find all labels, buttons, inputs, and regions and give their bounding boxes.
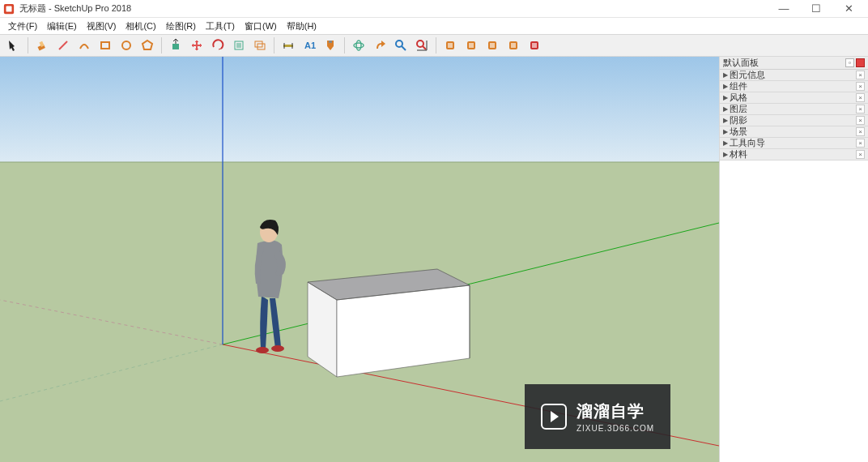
tray-item-label: 图元信息	[730, 69, 765, 81]
app-icon	[3, 3, 15, 15]
tray-item-close-icon[interactable]: ×	[856, 116, 865, 125]
menu-view[interactable]: 视图(V)	[82, 19, 121, 34]
branding-title: 溜溜自学	[577, 400, 654, 422]
expand-icon: ▶	[723, 151, 730, 158]
svg-rect-17	[329, 41, 332, 43]
menu-help[interactable]: 帮助(H)	[282, 19, 321, 34]
tray-item-2[interactable]: ▶风格×	[720, 92, 868, 104]
tray-item-close-icon[interactable]: ×	[856, 150, 865, 159]
tray-item-6[interactable]: ▶工具向导×	[720, 138, 868, 149]
menu-window[interactable]: 窗口(W)	[240, 19, 282, 34]
svg-rect-29	[490, 43, 495, 48]
svg-rect-25	[448, 43, 453, 48]
expand-icon: ▶	[723, 117, 730, 124]
svg-line-21	[402, 46, 406, 50]
window-title: 无标题 - SketchUp Pro 2018	[19, 2, 131, 15]
orbit-icon[interactable]	[350, 36, 368, 54]
menu-edit[interactable]: 编辑(E)	[42, 19, 82, 34]
tray-item-4[interactable]: ▶阴影×	[720, 115, 868, 126]
expand-icon: ▶	[723, 83, 730, 90]
tray-item-7[interactable]: ▶材料×	[720, 149, 868, 160]
rotate-icon[interactable]	[209, 36, 227, 54]
svg-point-48	[271, 345, 284, 352]
title-bar: 无标题 - SketchUp Pro 2018 — ☐ ✕	[0, 0, 868, 18]
menu-camera[interactable]: 相机(C)	[121, 19, 160, 34]
svg-marker-7	[143, 41, 152, 49]
svg-line-23	[423, 46, 426, 49]
svg-point-6	[122, 41, 130, 49]
tray-body	[720, 160, 868, 462]
tray-item-label: 场景	[730, 126, 747, 138]
tray-item-close-icon[interactable]: ×	[856, 127, 865, 136]
tray-header[interactable]: 默认面板 ▫	[720, 57, 868, 70]
tray-title: 默认面板	[723, 57, 759, 69]
svg-rect-33	[532, 43, 537, 48]
zoom-extents-icon[interactable]	[413, 36, 431, 54]
scale-icon[interactable]	[230, 36, 248, 54]
tray-item-label: 风格	[730, 92, 747, 104]
expand-icon: ▶	[723, 128, 730, 135]
maximize-button[interactable]: ☐	[800, 0, 832, 18]
component4-icon[interactable]	[504, 36, 522, 54]
svg-rect-10	[236, 43, 241, 48]
play-icon	[541, 404, 567, 430]
tray-item-close-icon[interactable]: ×	[856, 71, 865, 79]
svg-point-19	[356, 41, 361, 50]
svg-rect-13	[283, 45, 293, 47]
eraser-icon[interactable]	[33, 36, 51, 54]
svg-point-20	[396, 41, 402, 47]
svg-text:A1: A1	[304, 41, 316, 50]
line-icon[interactable]	[54, 36, 72, 54]
minimize-button[interactable]: —	[768, 0, 800, 18]
expand-icon: ▶	[723, 94, 730, 101]
svg-line-4	[59, 41, 67, 49]
viewport[interactable]: 秒d o ng 视频 溜溜自学 ZIXUE.3D66.COM	[0, 57, 719, 462]
tray-item-label: 图层	[730, 103, 747, 115]
component1-icon[interactable]	[441, 36, 459, 54]
svg-rect-8	[172, 44, 179, 49]
move-icon[interactable]	[188, 36, 206, 54]
svg-rect-34	[0, 57, 719, 162]
branding-subtitle: ZIXUE.3D66.COM	[577, 424, 654, 433]
tray-item-0[interactable]: ▶图元信息×	[720, 70, 868, 81]
pushpull-icon[interactable]	[167, 36, 185, 54]
paint-icon[interactable]	[321, 36, 339, 54]
select-icon[interactable]	[5, 36, 23, 54]
menu-bar: 文件(F) 编辑(E) 视图(V) 相机(C) 绘图(R) 工具(T) 窗口(W…	[0, 18, 868, 34]
text-icon[interactable]: A1	[300, 36, 318, 54]
menu-tools[interactable]: 工具(T)	[201, 19, 240, 34]
close-button[interactable]: ✕	[832, 0, 865, 18]
offset-icon[interactable]	[251, 36, 269, 54]
tray-item-close-icon[interactable]: ×	[856, 93, 865, 102]
arc-icon[interactable]	[75, 36, 93, 54]
rectangle-icon[interactable]	[96, 36, 114, 54]
tray-close-icon[interactable]	[856, 58, 865, 67]
warehouse-icon[interactable]	[525, 36, 543, 54]
tray-item-label: 工具向导	[730, 137, 765, 149]
component2-icon[interactable]	[462, 36, 480, 54]
branding-card: 溜溜自学 ZIXUE.3D66.COM	[525, 384, 670, 449]
tray-item-label: 组件	[730, 80, 747, 92]
tray-item-1[interactable]: ▶组件×	[720, 81, 868, 92]
workspace: 秒d o ng 视频 溜溜自学 ZIXUE.3D66.COM 默认面板 ▫	[0, 57, 868, 462]
pan-icon[interactable]	[371, 36, 389, 54]
tray-item-close-icon[interactable]: ×	[856, 105, 865, 113]
tray-item-close-icon[interactable]: ×	[856, 82, 865, 91]
svg-rect-31	[511, 43, 516, 48]
circle-icon[interactable]	[117, 36, 135, 54]
tray-item-close-icon[interactable]: ×	[856, 139, 865, 148]
component3-icon[interactable]	[483, 36, 501, 54]
tray-item-5[interactable]: ▶场景×	[720, 126, 868, 138]
expand-icon: ▶	[723, 139, 730, 147]
zoom-icon[interactable]	[392, 36, 410, 54]
tray-pin-icon[interactable]: ▫	[845, 58, 854, 67]
svg-point-22	[417, 41, 423, 47]
svg-rect-27	[469, 43, 474, 48]
polygon-icon[interactable]	[138, 36, 156, 54]
expand-icon: ▶	[723, 105, 730, 113]
menu-draw[interactable]: 绘图(R)	[161, 19, 201, 34]
tape-icon[interactable]	[279, 36, 297, 54]
menu-file[interactable]: 文件(F)	[3, 19, 42, 34]
tray-item-3[interactable]: ▶图层×	[720, 104, 868, 115]
svg-rect-5	[101, 42, 109, 49]
